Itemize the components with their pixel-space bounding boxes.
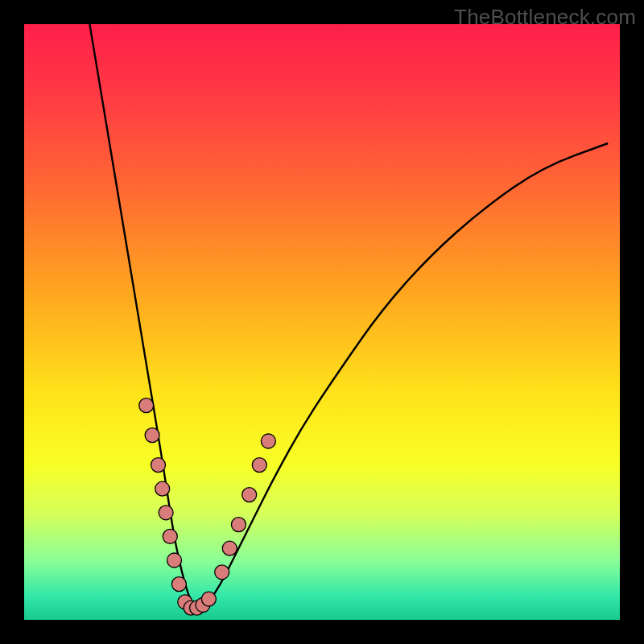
- data-marker: [215, 565, 229, 580]
- data-marker: [242, 488, 257, 502]
- data-marker: [222, 541, 237, 555]
- data-marker: [145, 428, 159, 443]
- data-marker: [261, 434, 275, 448]
- data-marker: [155, 481, 170, 496]
- data-marker: [252, 458, 266, 473]
- watermark-text: TheBottleneck.com: [454, 5, 636, 30]
- chart-svg: [24, 24, 620, 620]
- data-marker: [231, 518, 246, 532]
- chart-frame: TheBottleneck.com: [0, 0, 644, 644]
- data-marker: [139, 398, 154, 413]
- data-marker: [171, 577, 186, 592]
- plot-area: [24, 24, 620, 620]
- data-marker: [159, 506, 173, 520]
- data-marker: [151, 458, 166, 473]
- data-marker: [163, 529, 177, 543]
- data-marker: [201, 592, 216, 606]
- data-marker: [167, 553, 182, 568]
- gradient-background: [24, 24, 620, 620]
